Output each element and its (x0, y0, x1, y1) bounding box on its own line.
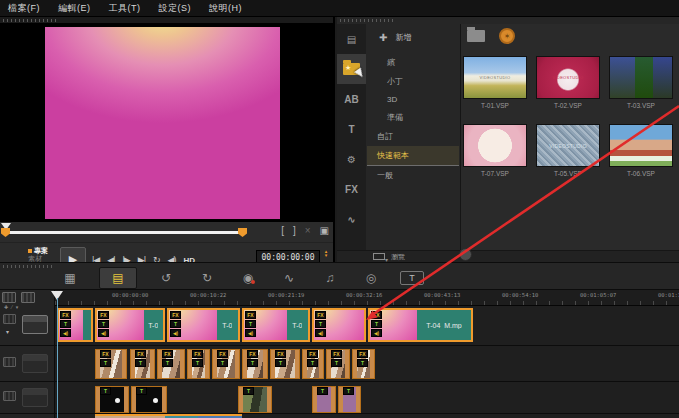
browse-label[interactable]: 瀏覽 (391, 252, 405, 262)
clip-badges: FX T ◀) (170, 311, 181, 337)
menu-item[interactable]: 工具(T) (109, 2, 141, 15)
panel-grip[interactable] (3, 265, 55, 268)
overlay-track-1-lane[interactable]: FX T FX T (55, 346, 679, 382)
template-thumbnail[interactable]: VIDEOSTUDIO (536, 56, 600, 99)
track-filter-button[interactable] (21, 292, 35, 303)
category-item[interactable]: 快速範本 (367, 146, 459, 166)
category-item[interactable]: 一般 (367, 166, 459, 185)
library-nav-item[interactable]: ★ (337, 54, 366, 84)
videostudio-window: 檔案(F)編輯(E)工具(T)設定(S)說明(H) [ ] × ▣ 專案 素材 … (0, 0, 679, 418)
library-nav-item[interactable]: T (337, 114, 366, 144)
category-item[interactable]: 繽 (367, 53, 459, 72)
overlay-clip[interactable]: T (338, 386, 361, 413)
overlay-clip[interactable]: FX T (242, 349, 268, 379)
fx-badge: FX (60, 311, 71, 319)
mode-project-label[interactable]: 專案 (34, 247, 48, 254)
library-nav-item[interactable]: ∿ (337, 204, 366, 234)
category-list: ✚ 新增 繽小丁3D準備自訂快速範本一般 (367, 24, 459, 254)
overlay-clip[interactable]: T (312, 386, 336, 413)
toolbar-button[interactable]: T (400, 271, 424, 285)
overlay-clip[interactable]: FX T (187, 349, 210, 379)
overlay-clip-partial[interactable] (165, 414, 198, 418)
timecode-stepper[interactable]: ▴▾ (322, 249, 330, 257)
menu-item[interactable]: 編輯(E) (58, 2, 91, 15)
video-clip[interactable]: FX T ◀) (312, 308, 366, 342)
toolbar-button[interactable]: ♫ (318, 267, 342, 289)
video-clip[interactable]: FX T ◀) (57, 308, 93, 342)
chevron-down-icon[interactable]: ▾ (6, 328, 9, 335)
video-track-icon[interactable] (22, 315, 48, 334)
panel-grip[interactable] (340, 19, 395, 22)
toolbar-button[interactable]: ▦ (58, 267, 82, 289)
trim-end-handle[interactable] (238, 228, 247, 237)
overlay-clip[interactable]: T (238, 386, 272, 413)
menu-item[interactable]: 檔案(F) (8, 2, 40, 15)
enlarge-preview-button[interactable]: ▣ (320, 225, 329, 236)
video-clip[interactable]: FX T ◀) T-0 (167, 308, 240, 342)
video-clip[interactable]: FX T ◀) T-04_M.mp (368, 308, 473, 342)
mark-in-button[interactable]: [ (281, 225, 284, 236)
overlay-clip-partial[interactable] (95, 414, 165, 418)
scrub-row: [ ] × ▣ (0, 222, 333, 242)
overlay-clip[interactable]: FX T (302, 349, 324, 379)
library-nav-item[interactable]: ⚙ (337, 144, 366, 174)
video-clip[interactable]: FX T ◀) T-0 (242, 308, 310, 342)
menu-item[interactable]: 設定(S) (159, 2, 192, 15)
overlay-clip[interactable]: FX T (157, 349, 185, 379)
category-item[interactable]: 準備 (367, 108, 459, 127)
category-item[interactable]: 自訂 (367, 127, 459, 146)
timeline-ruler[interactable]: 00:00:00:0000:00:10:2200:00:21:1900:00:3… (55, 290, 679, 306)
overlay-clip[interactable]: T (95, 386, 129, 413)
folder-icon[interactable] (467, 30, 485, 42)
plus-icon: ✚ (379, 32, 387, 43)
video-track-toggle[interactable] (3, 314, 16, 324)
overlay-clip-partial[interactable] (198, 414, 242, 418)
library-nav-item[interactable]: ▤ (337, 24, 366, 54)
trim-start-handle[interactable] (1, 228, 10, 237)
overlay-track-3-lane[interactable] (55, 414, 679, 418)
menu-item[interactable]: 說明(H) (209, 2, 242, 15)
overlay-clip[interactable]: FX T (352, 349, 375, 379)
library-nav-item[interactable]: FX (337, 174, 366, 204)
mark-out-button[interactable]: ] (293, 225, 296, 236)
template-thumbnail[interactable] (609, 124, 673, 167)
panel-resize-knob[interactable] (459, 248, 472, 261)
overlay1-toggle[interactable] (3, 357, 16, 367)
overlay-clip[interactable]: FX T (130, 349, 155, 379)
template-thumbnail[interactable] (463, 124, 527, 167)
template-name: T-02.VSP (536, 102, 600, 109)
overlay-clip[interactable]: FX T (95, 349, 127, 379)
overlay-track-2-lane[interactable]: T T T (55, 382, 679, 414)
video-clip[interactable]: FX T ◀) T-0 (95, 308, 165, 342)
split-clip-button[interactable]: × (305, 225, 311, 236)
toolbar-button[interactable]: ∿ (277, 267, 301, 289)
show-all-tracks-button[interactable] (2, 292, 16, 303)
toolbar-button[interactable]: ↻ (195, 267, 219, 289)
template-thumbnail[interactable]: VIDEOSTUDIO (463, 56, 527, 99)
clip-badges: T (317, 387, 331, 395)
overlay2-toggle[interactable] (3, 391, 16, 401)
add-category-button[interactable]: ✚ 新增 (367, 24, 459, 53)
category-item[interactable]: 小丁 (367, 72, 459, 91)
overlay-clip[interactable]: FX T (326, 349, 350, 379)
panel-grip[interactable] (3, 19, 58, 22)
overlay-track-icon[interactable] (22, 388, 48, 407)
library-nav-item[interactable]: AB (337, 84, 366, 114)
browse-icon[interactable] (373, 253, 385, 260)
scrub-bar[interactable] (6, 231, 242, 234)
toolbar-button[interactable]: ◎ (359, 267, 383, 289)
category-item[interactable]: 3D (367, 91, 459, 108)
template-name: T-06.VSP (609, 170, 673, 177)
toolbar-button[interactable]: ↺ (154, 267, 178, 289)
toolbar-button[interactable]: ▤ (99, 267, 137, 289)
overlay-clip[interactable]: FX T (270, 349, 300, 379)
overlay-clip[interactable]: T (131, 386, 167, 413)
video-track-lane[interactable]: FX T ◀) FX T ◀) (55, 306, 679, 346)
template-thumbnail[interactable] (609, 56, 673, 99)
overlay-clip[interactable]: FX T (212, 349, 240, 379)
overlay-track-icon[interactable] (22, 354, 48, 373)
template-thumbnail[interactable]: VIDEOSTUDIO (536, 124, 600, 167)
toolbar-button[interactable]: ◉ (236, 267, 260, 289)
videostudio-badge-icon[interactable]: ✶ (499, 28, 515, 44)
mode-toggle[interactable]: 專案 素材 (28, 247, 58, 263)
